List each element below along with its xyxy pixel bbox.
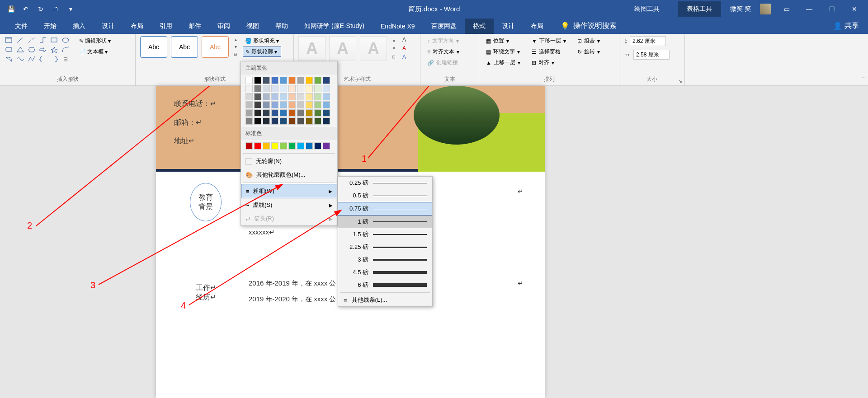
position-button[interactable]: ▦位置 ▾ bbox=[484, 36, 523, 46]
color-swatch[interactable] bbox=[314, 93, 321, 100]
tab-references[interactable]: 引用 bbox=[151, 19, 180, 34]
style-preset-1[interactable]: Abc bbox=[140, 36, 167, 58]
color-swatch[interactable] bbox=[323, 117, 330, 125]
shape-line-icon[interactable] bbox=[16, 36, 25, 44]
color-swatch[interactable] bbox=[245, 142, 253, 150]
shape-freeform-icon[interactable] bbox=[27, 55, 36, 63]
weight-option[interactable]: 4.5 磅 bbox=[338, 266, 432, 279]
more-colors-item[interactable]: 🎨其他轮廓颜色(M)... bbox=[241, 168, 337, 182]
new-doc-icon[interactable]: 🗋 bbox=[52, 5, 60, 13]
color-swatch[interactable] bbox=[288, 77, 296, 84]
color-swatch[interactable] bbox=[297, 109, 304, 117]
color-swatch[interactable] bbox=[280, 101, 287, 108]
dashes-item[interactable]: ┅虚线(S)▶ bbox=[241, 198, 337, 212]
tab-layout[interactable]: 布局 bbox=[123, 19, 151, 34]
tab-design[interactable]: 设计 bbox=[94, 19, 123, 34]
weight-option[interactable]: 6 磅 bbox=[338, 279, 432, 291]
color-swatch[interactable] bbox=[306, 93, 313, 100]
work-circle[interactable]: 工作↵ 经历↵ bbox=[190, 273, 222, 312]
color-swatch[interactable] bbox=[254, 109, 261, 117]
color-swatch[interactable] bbox=[297, 93, 304, 100]
shape-rect-icon[interactable] bbox=[50, 36, 59, 44]
color-swatch[interactable] bbox=[271, 109, 278, 117]
color-swatch[interactable] bbox=[306, 85, 313, 92]
shape-brace2-icon[interactable] bbox=[50, 55, 59, 63]
shape-chord-icon[interactable] bbox=[5, 55, 14, 63]
profile-photo[interactable] bbox=[414, 86, 500, 145]
wordart-preset-3[interactable]: A bbox=[360, 36, 387, 61]
color-swatch[interactable] bbox=[254, 85, 261, 92]
width-input[interactable] bbox=[633, 50, 670, 60]
color-swatch[interactable] bbox=[245, 77, 253, 84]
align-button[interactable]: ⊞对齐 ▾ bbox=[529, 58, 568, 67]
color-swatch[interactable] bbox=[263, 117, 270, 125]
color-swatch[interactable] bbox=[297, 101, 304, 108]
color-swatch[interactable] bbox=[254, 117, 261, 125]
tab-mailings[interactable]: 邮件 bbox=[180, 19, 209, 34]
color-swatch[interactable] bbox=[306, 109, 313, 117]
tab-review[interactable]: 审阅 bbox=[209, 19, 238, 34]
shape-connector-icon[interactable] bbox=[38, 36, 47, 44]
color-swatch[interactable] bbox=[254, 77, 261, 84]
ribbon-options-icon[interactable]: ▭ bbox=[780, 5, 793, 14]
bring-forward-button[interactable]: ▲上移一层 ▾ bbox=[484, 58, 523, 67]
weight-option[interactable]: 0.75 磅 bbox=[338, 202, 432, 215]
weight-option[interactable]: 1 磅 bbox=[338, 215, 432, 228]
gallery-more-icon[interactable]: ⊟ bbox=[392, 55, 396, 59]
tab-table-design[interactable]: 设计 bbox=[494, 19, 523, 34]
more-lines-item[interactable]: ≡其他线条(L)... bbox=[338, 294, 432, 306]
color-swatch[interactable] bbox=[263, 85, 270, 92]
shape-brace-icon[interactable] bbox=[38, 55, 47, 63]
no-outline-item[interactable]: 无轮廓(N) bbox=[241, 155, 337, 168]
shape-more-icon[interactable]: ⊟ bbox=[61, 55, 70, 63]
color-swatch[interactable] bbox=[323, 109, 330, 117]
color-swatch[interactable] bbox=[245, 93, 253, 100]
color-swatch[interactable] bbox=[306, 101, 313, 108]
color-swatch[interactable] bbox=[288, 109, 296, 117]
tab-format-drawing[interactable]: 格式 bbox=[465, 19, 494, 34]
text-fill-icon[interactable]: A bbox=[400, 36, 409, 43]
tab-view[interactable]: 视图 bbox=[238, 19, 267, 34]
text-box-button[interactable]: 📄文本框 ▾ bbox=[77, 47, 113, 56]
shape-fill-button[interactable]: 🪣形状填充 ▾ bbox=[243, 36, 281, 46]
shape-gallery[interactable]: ⊟ bbox=[5, 36, 71, 63]
shape-line2-icon[interactable] bbox=[27, 36, 36, 44]
color-swatch[interactable] bbox=[263, 109, 270, 117]
color-swatch[interactable] bbox=[245, 109, 253, 117]
color-swatch[interactable] bbox=[271, 77, 278, 84]
dialog-launcher-icon[interactable]: ↘ bbox=[678, 78, 682, 84]
group-button[interactable]: ⊡组合 ▾ bbox=[575, 36, 602, 46]
gallery-down-icon[interactable]: ▼ bbox=[392, 46, 396, 51]
weight-option[interactable]: 3 磅 bbox=[338, 253, 432, 266]
color-swatch[interactable] bbox=[271, 101, 278, 108]
style-preset-3[interactable]: Abc bbox=[202, 36, 229, 58]
color-swatch[interactable] bbox=[288, 85, 296, 92]
undo-icon[interactable]: ↶ bbox=[22, 5, 30, 13]
rotate-button[interactable]: ↻旋转 ▾ bbox=[575, 47, 602, 56]
color-swatch[interactable] bbox=[288, 117, 296, 125]
color-swatch[interactable] bbox=[314, 142, 321, 150]
color-swatch[interactable] bbox=[245, 101, 253, 108]
selection-pane-button[interactable]: ☰选择窗格 bbox=[529, 47, 568, 56]
color-swatch[interactable] bbox=[280, 93, 287, 100]
color-swatch[interactable] bbox=[297, 77, 304, 84]
color-swatch[interactable] bbox=[280, 85, 287, 92]
color-swatch[interactable] bbox=[245, 85, 253, 92]
color-swatch[interactable] bbox=[323, 142, 330, 150]
color-swatch[interactable] bbox=[280, 77, 287, 84]
color-swatch[interactable] bbox=[306, 117, 313, 125]
tell-me-search[interactable]: 💡 操作说明搜索 bbox=[561, 21, 617, 31]
collapse-ribbon-icon[interactable]: ˇ bbox=[863, 77, 864, 83]
color-swatch[interactable] bbox=[323, 77, 330, 84]
tab-table-layout[interactable]: 布局 bbox=[523, 19, 552, 34]
color-swatch[interactable] bbox=[314, 109, 321, 117]
create-link-button[interactable]: 🔗创建链接 bbox=[425, 58, 474, 67]
tab-help[interactable]: 帮助 bbox=[267, 19, 296, 34]
color-swatch[interactable] bbox=[288, 101, 296, 108]
wordart-preset-1[interactable]: A bbox=[298, 36, 326, 61]
color-swatch[interactable] bbox=[323, 93, 330, 100]
align-text-button[interactable]: ≡对齐文本 ▾ bbox=[425, 47, 474, 56]
color-swatch[interactable] bbox=[271, 93, 278, 100]
wordart-preset-2[interactable]: A bbox=[329, 36, 356, 61]
color-swatch[interactable] bbox=[306, 142, 313, 150]
